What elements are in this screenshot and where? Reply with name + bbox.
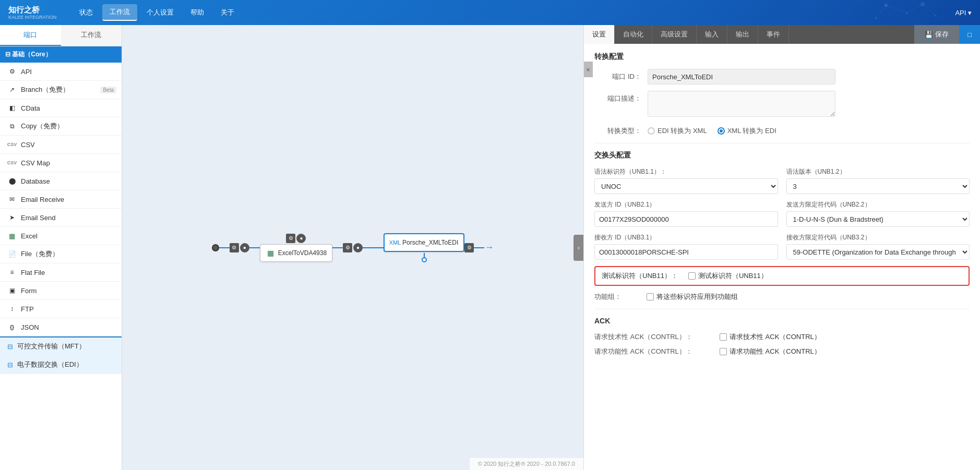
radio-dot-xml-edi (718, 127, 725, 135)
canvas-toggle-btn[interactable]: ‹ (573, 235, 583, 261)
sidebar-item-label: 可控文件传输（MFT） (17, 342, 86, 351)
technical-ack-checkbox[interactable] (720, 333, 727, 341)
receiver-qualifier-col: 接收方限定符代码（UNB3.2） 59-ODETTE (Organization… (786, 233, 970, 260)
sidebar-item-email-receive[interactable]: ✉ Email Receive (0, 190, 122, 209)
config-tab-settings[interactable]: 设置 (584, 25, 615, 44)
radio-dot-edi-xml (648, 127, 655, 135)
sidebar-list: ⚙ API ↗ Branch（免费） Beta ◧ CData ⧉ Copy（免… (0, 63, 122, 470)
receiver-id-label: 接收方 ID（UNB3.1） (594, 233, 778, 242)
config-tab-output[interactable]: 输出 (727, 25, 758, 44)
nav-help[interactable]: 帮助 (183, 5, 211, 20)
sidebar-item-label: JSON (21, 323, 116, 331)
port-id-input[interactable] (648, 69, 835, 85)
panel-close-btn[interactable]: × (583, 62, 593, 77)
function-group-checkbox-item[interactable]: 将这些标识符应用到功能组 (647, 292, 738, 302)
config-tab-input[interactable]: 输入 (697, 25, 727, 44)
footer: © 2020 知行之桥® 2020 - 20.0.7867.0 (470, 458, 583, 470)
circle-btn-3[interactable]: ● (353, 243, 363, 252)
sidebar-item-cdata[interactable]: ◧ CData (0, 99, 122, 117)
sidebar-item-copy[interactable]: ⧉ Copy（免费） (0, 117, 122, 136)
test-indicator-checkbox-item[interactable]: 测试标识符（UNB11） (688, 271, 768, 281)
top-nav: 知行之桥 KALEE INTEGRATION 状态 工作流 个人设置 帮助 关于… (0, 0, 980, 25)
more-button[interactable]: □ (959, 25, 980, 44)
app-name: 知行之桥 (8, 5, 56, 15)
xml-node-icon: XML (390, 237, 400, 248)
sidebar: 端口 工作流 ⊟ 基础（Core） ⚙ API ↗ Branch（免费） Bet… (0, 25, 122, 470)
gear-btn-2[interactable]: ⚙ (286, 234, 295, 243)
circle-btn-2[interactable]: ● (296, 234, 306, 243)
receiver-id-input[interactable] (594, 244, 778, 260)
csv-icon: CSV (7, 140, 17, 149)
excel-icon: ▦ (7, 231, 17, 240)
circle-btn-1[interactable]: ● (240, 243, 249, 252)
svg-point-8 (935, 15, 937, 17)
functional-ack-label: 请求功能性 ACK（CONTRL）： (594, 347, 709, 356)
nav-about[interactable]: 关于 (213, 5, 242, 20)
syntax-version-select[interactable]: 3 (786, 178, 970, 194)
ack-section: 请求技术性 ACK（CONTRL）： 请求技术性 ACK（CONTRL） 请求功… (594, 332, 970, 356)
flow-node-xml-wrapper: XML Porsche_XMLToEDI (384, 233, 464, 262)
function-group-checkbox[interactable] (647, 293, 654, 300)
receiver-row: 接收方 ID（UNB3.1） 接收方限定符代码（UNB3.2） 59-ODETT… (594, 233, 970, 260)
syntax-id-select[interactable]: UNOC (594, 178, 778, 194)
syntax-version-col: 语法版本（UNB1.2） 3 (786, 167, 970, 194)
sidebar-item-csv[interactable]: CSV CSV (0, 136, 122, 154)
sidebar-item-form[interactable]: ▣ Form (0, 282, 122, 300)
nav-settings[interactable]: 个人设置 (139, 5, 181, 20)
sidebar-item-email-send[interactable]: ➤ Email Send (0, 209, 122, 227)
flow-line (373, 247, 384, 248)
sidebar-item-excel[interactable]: ▦ Excel (0, 227, 122, 245)
sidebar-item-label: Excel (21, 232, 116, 240)
sender-id-input[interactable] (594, 211, 778, 227)
sender-id-col: 发送方 ID（UNB2.1） (594, 200, 778, 227)
test-indicator-checkbox-label: 测试标识符（UNB11） (698, 271, 768, 281)
node-sub (422, 253, 427, 262)
functional-ack-checkbox[interactable] (720, 348, 727, 355)
functional-ack-checkbox-item[interactable]: 请求功能性 ACK（CONTRL） (720, 347, 821, 356)
receiver-qualifier-select[interactable]: 59-ODETTE (Organization for Data Exchang… (786, 244, 970, 260)
sidebar-item-flatfile[interactable]: ≡ Flat File (0, 263, 122, 282)
api-icon: ⚙ (7, 67, 17, 76)
sidebar-item-json[interactable]: {} JSON (0, 318, 122, 336)
sidebar-item-label: Branch（免费） (21, 85, 96, 94)
gear-btn-1[interactable]: ⚙ (230, 243, 239, 252)
config-tab-events[interactable]: 事件 (758, 25, 789, 44)
api-button[interactable]: API ▾ (955, 9, 972, 17)
nav-status[interactable]: 状态 (72, 5, 100, 20)
technical-ack-checkbox-item[interactable]: 请求技术性 ACK（CONTRL） (720, 332, 821, 342)
sidebar-item-edi[interactable]: ⊟ 电子数据交换（EDI） (0, 356, 122, 374)
sidebar-item-label: Email Send (21, 214, 116, 222)
sidebar-tab-port[interactable]: 端口 (0, 25, 61, 46)
sidebar-item-ftp[interactable]: ↕ FTP (0, 300, 122, 318)
radio-xml-to-edi[interactable]: XML 转换为 EDI (718, 126, 776, 136)
ftp-icon: ↕ (7, 304, 17, 314)
network-decoration (782, 0, 938, 25)
sender-qualifier-select[interactable]: 1-D-U-N-S (Dun & Bradstreet) (786, 211, 970, 227)
sidebar-tab-workflow[interactable]: 工作流 (61, 25, 122, 46)
config-tab-advanced[interactable]: 高级设置 (652, 25, 697, 44)
svg-line-7 (923, 4, 936, 16)
functional-ack-checkbox-label: 请求功能性 ACK（CONTRL） (730, 347, 821, 356)
sidebar-item-file[interactable]: 📄 File（免费） (0, 245, 122, 263)
test-indicator-checkbox[interactable] (688, 272, 696, 280)
technical-ack-label: 请求技术性 ACK（CONTRL）： (594, 332, 709, 342)
config-tab-automation[interactable]: 自动化 (615, 25, 652, 44)
sidebar-item-csvmap[interactable]: CSV CSV Map (0, 154, 122, 172)
gear-btn-4[interactable]: ⚙ (464, 243, 474, 252)
sidebar-item-mft[interactable]: ⊟ 可控文件传输（MFT） (0, 338, 122, 356)
flow-node-start (212, 244, 219, 251)
nav-workflow[interactable]: 工作流 (102, 4, 137, 21)
sidebar-item-api[interactable]: ⚙ API (0, 63, 122, 81)
sidebar-item-branch[interactable]: ↗ Branch（免费） Beta (0, 81, 122, 99)
syntax-row: 语法标识符（UNB1.1）： UNOC 语法版本（UNB1.2） 3 (594, 167, 970, 194)
flow-node-xml[interactable]: XML Porsche_XMLToEDI (384, 233, 464, 252)
port-desc-input[interactable] (648, 91, 835, 117)
database-icon: ⬤ (7, 176, 17, 186)
sidebar-item-label: FTP (21, 305, 116, 313)
flow-line (332, 247, 343, 248)
save-button[interactable]: 💾 保存 (914, 25, 959, 44)
gear-btn-3[interactable]: ⚙ (343, 243, 352, 252)
flow-node-excel[interactable]: ▦ ExcelToVDA4938 (260, 244, 332, 262)
sidebar-item-database[interactable]: ⬤ Database (0, 172, 122, 190)
radio-edi-to-xml[interactable]: EDI 转换为 XML (648, 126, 707, 136)
